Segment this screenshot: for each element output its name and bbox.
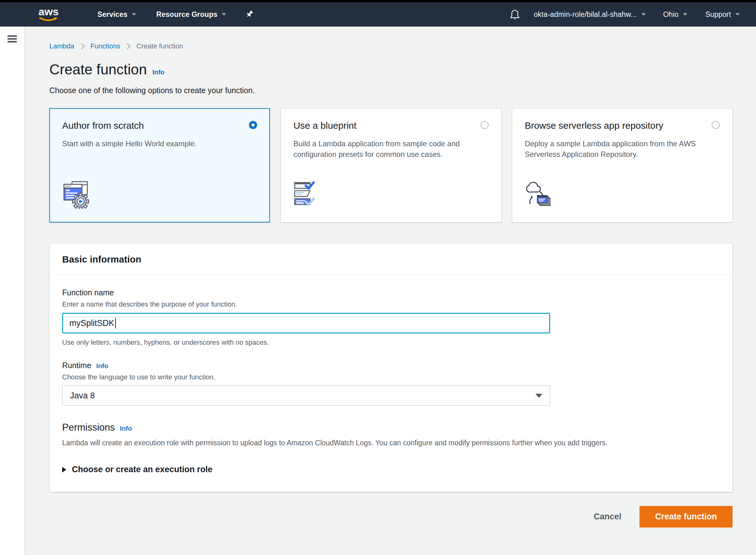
chevron-right-icon	[125, 42, 132, 50]
nav-services-menu[interactable]: Services	[97, 10, 136, 19]
select-dropdown-arrow-icon	[535, 394, 542, 398]
blueprint-icon	[293, 180, 488, 210]
page-subtitle: Choose one of the following options to c…	[49, 86, 732, 95]
chevron-down-icon	[683, 13, 687, 16]
cancel-button[interactable]: Cancel	[593, 512, 621, 521]
radio-author-from-scratch[interactable]	[249, 121, 257, 129]
function-name-value: mySplitSDK	[69, 318, 114, 328]
aws-logo[interactable]: aws	[37, 6, 62, 23]
nav-account-menu[interactable]: okta-admin-role/bilal.al-shahw...	[534, 10, 646, 19]
main-content: Lambda Functions Create function Create …	[25, 27, 756, 555]
chevron-down-icon	[132, 13, 136, 16]
serverless-app-repository-icon	[525, 180, 720, 210]
card-description: Build a Lambda application from sample c…	[293, 138, 478, 160]
function-name-help: Enter a name that describes the purpose …	[62, 300, 720, 308]
card-description: Start with a simple Hello World example.	[62, 138, 247, 150]
svg-text:aws: aws	[38, 6, 58, 17]
chevron-down-icon	[641, 13, 646, 16]
breadcrumb-lambda[interactable]: Lambda	[49, 42, 74, 50]
chevron-down-icon	[736, 13, 740, 16]
expander-triangle-icon	[62, 467, 66, 472]
page-title: Create function	[49, 61, 147, 78]
panel-header-title: Basic information	[62, 254, 720, 265]
pin-icon[interactable]	[244, 9, 254, 19]
card-title: Use a blueprint	[293, 120, 361, 132]
chevron-right-icon	[79, 42, 86, 50]
permissions-info-link[interactable]: Info	[120, 425, 132, 432]
support-label: Support	[705, 10, 731, 19]
footer-actions: Cancel Create function	[49, 506, 732, 527]
execution-role-expander-label: Choose or create an execution role	[72, 465, 213, 474]
runtime-field: Runtime Info Choose the language to use …	[62, 361, 720, 405]
runtime-selected-value: Java 8	[70, 391, 95, 400]
nav-region-menu[interactable]: Ohio	[663, 10, 687, 19]
author-from-scratch-icon	[62, 180, 257, 210]
hamburger-menu-icon[interactable]	[7, 35, 17, 43]
permissions-section: Permissions Info Lambda will create an e…	[62, 422, 720, 447]
function-name-input[interactable]: mySplitSDK	[62, 313, 550, 334]
function-name-field: Function name Enter a name that describe…	[62, 288, 720, 347]
card-browse-serverless-app-repository[interactable]: Browse serverless app repository Deploy …	[512, 108, 732, 222]
function-name-label: Function name	[62, 288, 720, 297]
radio-browse-serverless-app-repository[interactable]	[712, 121, 720, 129]
nav-resource-groups-label: Resource Groups	[156, 10, 217, 19]
nav-right-group: okta-admin-role/bilal.al-shahw... Ohio S…	[509, 9, 740, 20]
runtime-help: Choose the language to use to write your…	[62, 373, 720, 381]
breadcrumb-functions[interactable]: Functions	[91, 42, 120, 50]
text-cursor	[115, 318, 116, 329]
title-info-link[interactable]: Info	[152, 69, 164, 76]
card-title: Author from scratch	[62, 120, 149, 132]
notifications-bell-icon[interactable]	[509, 9, 520, 20]
left-sidebar	[0, 27, 25, 555]
card-title: Browse serverless app repository	[525, 120, 669, 132]
runtime-label: Runtime	[62, 361, 91, 370]
nav-services-label: Services	[97, 10, 128, 19]
breadcrumb-current: Create function	[136, 42, 183, 50]
browser-chrome-strip	[0, 0, 756, 2]
breadcrumb: Lambda Functions Create function	[49, 42, 732, 50]
card-description: Deploy a sample Lambda application from …	[525, 138, 709, 160]
create-function-button[interactable]: Create function	[639, 506, 732, 527]
runtime-info-link[interactable]: Info	[96, 362, 108, 370]
nav-support-menu[interactable]: Support	[705, 10, 740, 19]
creation-option-cards: Author from scratch Start with a simple …	[49, 108, 732, 222]
permissions-label: Permissions	[62, 422, 115, 433]
execution-role-expander[interactable]: Choose or create an execution role	[62, 465, 720, 474]
top-navigation: aws Services Resource Groups	[0, 2, 756, 27]
runtime-select[interactable]: Java 8	[62, 386, 550, 405]
permissions-description: Lambda will create an execution role wit…	[62, 439, 720, 447]
card-author-from-scratch[interactable]: Author from scratch Start with a simple …	[49, 108, 270, 222]
account-name: okta-admin-role/bilal.al-shahw...	[534, 10, 637, 19]
nav-resource-groups-menu[interactable]: Resource Groups	[156, 10, 226, 19]
radio-use-a-blueprint[interactable]	[481, 121, 489, 129]
function-name-constraint: Use only letters, numbers, hyphens, or u…	[62, 338, 720, 347]
chevron-down-icon	[222, 13, 226, 16]
basic-information-panel: Basic information Function name Enter a …	[49, 243, 732, 492]
card-use-a-blueprint[interactable]: Use a blueprint Build a Lambda applicati…	[280, 108, 501, 222]
region-name: Ohio	[663, 10, 678, 19]
